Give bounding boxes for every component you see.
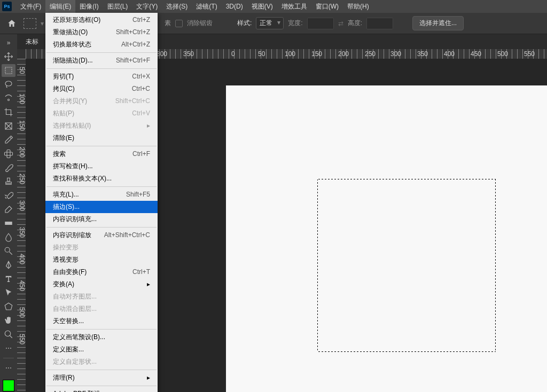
menu-select[interactable]: 选择(S): [162, 0, 192, 13]
stamp-tool[interactable]: [2, 175, 15, 188]
history-brush-tool[interactable]: [2, 189, 15, 202]
frame-tool[interactable]: [2, 120, 15, 132]
menubar: Ps 文件(F) 编辑(E) 图像(I) 图层(L) 文字(Y) 选择(S) 滤…: [0, 0, 547, 13]
crop-tool[interactable]: [2, 106, 15, 119]
blur-tool[interactable]: [2, 231, 15, 244]
shape-tool[interactable]: [2, 300, 15, 313]
antialias-checkbox[interactable]: [175, 20, 183, 27]
ruler-vertical: 50100150200250300350400450500550: [17, 59, 26, 392]
edit-toolbar-icon[interactable]: ⋯: [2, 362, 15, 374]
menu-3d[interactable]: 3D(D): [222, 0, 247, 13]
svg-rect-5: [5, 152, 13, 155]
more-tools-icon[interactable]: ⋯: [2, 342, 15, 355]
gradient-tool[interactable]: [2, 217, 15, 230]
style-label: 样式:: [237, 19, 252, 28]
menu-item[interactable]: 描边(S)...: [45, 201, 158, 213]
svg-point-7: [5, 247, 10, 252]
svg-rect-4: [7, 150, 10, 158]
zoom-tool[interactable]: [2, 328, 15, 341]
menu-item[interactable]: 清理(R): [45, 372, 158, 384]
menu-plugins[interactable]: 增效工具: [277, 0, 311, 13]
menu-filter[interactable]: 滤镜(T): [192, 0, 221, 13]
svg-point-1: [5, 81, 12, 86]
expand-icon[interactable]: »: [2, 36, 15, 49]
menu-item[interactable]: 渐隐描边(D)...Shift+Ctrl+F: [45, 54, 158, 67]
home-button[interactable]: [4, 16, 19, 31]
menu-help[interactable]: 帮助(H): [343, 0, 373, 13]
eraser-tool[interactable]: [2, 203, 15, 216]
height-label: 高度:: [348, 19, 362, 28]
menu-item: 粘贴(P)Ctrl+V: [45, 107, 158, 120]
menu-item[interactable]: 查找和替换文本(X)...: [45, 173, 158, 185]
svg-rect-0: [5, 67, 12, 74]
menu-image[interactable]: 图像(I): [75, 0, 103, 13]
home-icon: [7, 19, 17, 28]
menu-item[interactable]: 还原矩形选框(O)Ctrl+Z: [45, 14, 158, 26]
menu-item[interactable]: 天空替换...: [45, 315, 158, 327]
width-label: 宽度:: [288, 19, 302, 28]
menu-item[interactable]: Adobe PDF 预设...: [45, 388, 158, 392]
menu-item[interactable]: 内容识别填充...: [45, 213, 158, 225]
menu-item[interactable]: 剪切(T)Ctrl+X: [45, 70, 158, 83]
select-and-mask-button[interactable]: 选择并遮住...: [412, 16, 464, 30]
menu-item[interactable]: 清除(E): [45, 132, 158, 144]
quick-select-tool[interactable]: [2, 92, 15, 105]
marquee-selection: [317, 179, 496, 352]
type-tool[interactable]: [2, 272, 15, 285]
marquee-tool-icon[interactable]: [24, 18, 36, 29]
dodge-tool[interactable]: [2, 245, 15, 257]
menu-item[interactable]: 透视变形: [45, 254, 158, 266]
menu-item[interactable]: 自由变换(F)Ctrl+T: [45, 266, 158, 278]
menu-item: 自动对齐图层...: [45, 291, 158, 303]
svg-marker-8: [5, 303, 12, 310]
svg-point-9: [5, 331, 11, 336]
menu-item[interactable]: 定义图案...: [45, 343, 158, 356]
menu-edit[interactable]: 编辑(E): [45, 0, 75, 13]
unit-label: 素: [165, 19, 171, 28]
menu-item: 定义自定形状...: [45, 356, 158, 368]
move-tool[interactable]: [2, 50, 15, 63]
antialias-label: 消除锯齿: [187, 19, 213, 28]
menu-item[interactable]: 内容识别缩放Alt+Shift+Ctrl+C: [45, 229, 158, 241]
pen-tool[interactable]: [2, 258, 15, 271]
menu-item[interactable]: 定义画笔预设(B)...: [45, 331, 158, 343]
menu-type[interactable]: 文字(Y): [132, 0, 162, 13]
menu-item: 操控变形: [45, 241, 158, 254]
document-tab[interactable]: 未标: [21, 37, 43, 46]
menu-item: 合并拷贝(Y)Shift+Ctrl+C: [45, 95, 158, 107]
menu-item[interactable]: 拼写检查(H)...: [45, 160, 158, 173]
menu-layer[interactable]: 图层(L): [103, 0, 132, 13]
menu-item: 选择性粘贴(I): [45, 120, 158, 132]
menu-item[interactable]: 变换(A): [45, 278, 158, 291]
brush-tool[interactable]: [2, 161, 15, 174]
healing-tool[interactable]: [2, 147, 15, 160]
path-select-tool[interactable]: [2, 286, 15, 299]
width-field[interactable]: [307, 18, 334, 29]
tools-panel: » ⋯ ⋯: [0, 34, 17, 392]
menu-item: 自动混合图层...: [45, 303, 158, 315]
menu-window[interactable]: 窗口(W): [311, 0, 343, 13]
svg-rect-6: [5, 222, 12, 225]
edit-menu-dropdown: 还原矩形选框(O)Ctrl+Z重做描边(O)Shift+Ctrl+Z切换最终状态…: [45, 13, 158, 392]
menu-item[interactable]: 填充(L)...Shift+F5: [45, 189, 158, 201]
menu-item[interactable]: 搜索Ctrl+F: [45, 148, 158, 160]
eyedropper-tool[interactable]: [2, 134, 15, 146]
svg-point-2: [8, 99, 10, 101]
marquee-tool[interactable]: [2, 64, 15, 77]
menu-item[interactable]: 重做描边(O)Shift+Ctrl+Z: [45, 26, 158, 38]
foreground-color[interactable]: [3, 380, 14, 391]
style-select[interactable]: 正常: [256, 17, 284, 29]
lasso-tool[interactable]: [2, 78, 15, 91]
menu-file[interactable]: 文件(F): [16, 0, 45, 13]
hand-tool[interactable]: [2, 314, 15, 327]
swap-icon[interactable]: ⇄: [338, 20, 343, 27]
app-logo[interactable]: Ps: [2, 2, 12, 11]
menu-item[interactable]: 切换最终状态Alt+Ctrl+Z: [45, 38, 158, 51]
menu-view[interactable]: 视图(V): [247, 0, 277, 13]
height-field[interactable]: [366, 18, 393, 29]
menu-item[interactable]: 拷贝(C)Ctrl+C: [45, 83, 158, 95]
